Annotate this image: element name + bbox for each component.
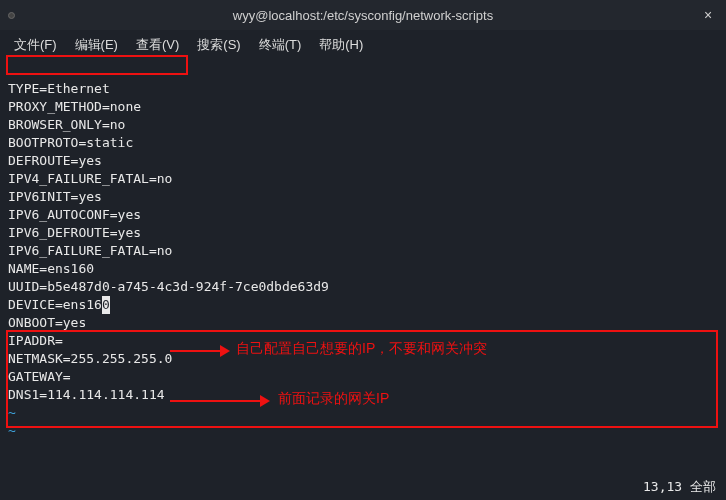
cfg-line: BOOTPROTO=static <box>8 135 133 150</box>
cfg-line: NETMASK=255.255.255.0 <box>8 351 172 366</box>
cfg-line: IPV6INIT=yes <box>8 189 102 204</box>
cfg-line: DNS1=114.114.114.114 <box>8 387 165 402</box>
cfg-line: IPV6_DEFROUTE=yes <box>8 225 141 240</box>
menu-bar: 文件(F) 编辑(E) 查看(V) 搜索(S) 终端(T) 帮助(H) <box>0 30 726 60</box>
window-title: wyy@localhost:/etc/sysconfig/network-scr… <box>0 8 726 23</box>
vim-tilde: ~ <box>8 405 16 420</box>
vim-status-bar: 13,13 全部 <box>643 478 716 496</box>
menu-file[interactable]: 文件(F) <box>6 32 65 58</box>
cfg-line: BROWSER_ONLY=no <box>8 117 125 132</box>
cfg-line: DEVICE=ens160 <box>8 297 110 312</box>
scroll-status: 全部 <box>690 479 716 494</box>
cfg-line: IPV4_FAILURE_FATAL=no <box>8 171 172 186</box>
cursor-position: 13,13 <box>643 479 682 494</box>
window-dot-icon <box>8 12 15 19</box>
annotation-gateway: 前面记录的网关IP <box>278 390 389 408</box>
cfg-line: UUID=b5e487d0-a745-4c3d-924f-7ce0dbde63d… <box>8 279 329 294</box>
vim-tilde: ~ <box>8 423 16 438</box>
text-cursor: 0 <box>102 296 110 314</box>
close-button[interactable]: × <box>698 5 718 25</box>
cfg-line: TYPE=Ethernet <box>8 81 110 96</box>
cfg-line: IPV6_FAILURE_FATAL=no <box>8 243 172 258</box>
annotation-ip: 自己配置自己想要的IP，不要和网关冲突 <box>236 340 487 358</box>
menu-search[interactable]: 搜索(S) <box>189 32 248 58</box>
cfg-line: ONBOOT=yes <box>8 315 86 330</box>
cfg-line: DEFROUTE=yes <box>8 153 102 168</box>
cfg-line: PROXY_METHOD=none <box>8 99 141 114</box>
terminal-area[interactable]: TYPE=Ethernet PROXY_METHOD=none BROWSER_… <box>0 60 726 440</box>
cfg-line: NAME=ens160 <box>8 261 94 276</box>
cfg-line: GATEWAY= <box>8 369 71 384</box>
menu-edit[interactable]: 编辑(E) <box>67 32 126 58</box>
menu-help[interactable]: 帮助(H) <box>311 32 371 58</box>
cfg-line: IPADDR= <box>8 333 63 348</box>
menu-terminal[interactable]: 终端(T) <box>251 32 310 58</box>
window-titlebar: wyy@localhost:/etc/sysconfig/network-scr… <box>0 0 726 30</box>
cfg-line: IPV6_AUTOCONF=yes <box>8 207 141 222</box>
menu-view[interactable]: 查看(V) <box>128 32 187 58</box>
